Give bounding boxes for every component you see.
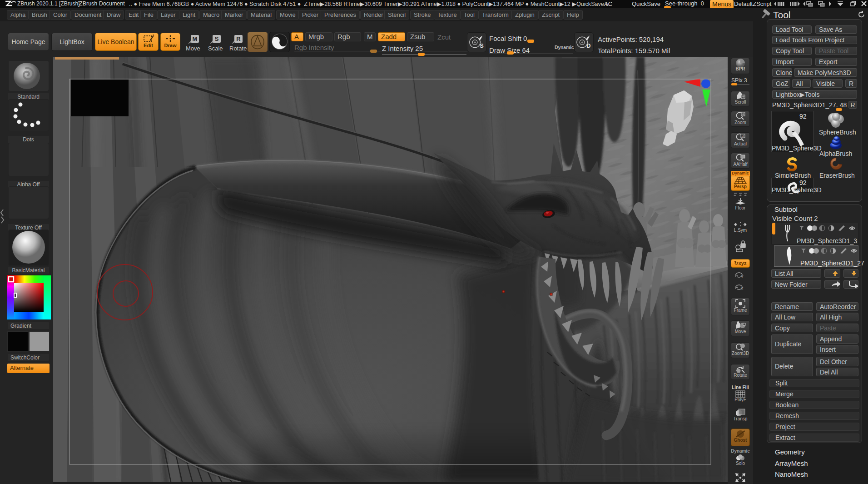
svg-text:z: z [741,286,744,290]
svg-text:D: D [586,43,590,49]
svg-text:R: R [236,35,241,42]
svg-text:S: S [215,35,219,42]
svg-text:y: y [741,274,744,278]
svg-text:M: M [193,35,198,42]
svg-text:S: S [480,43,483,49]
svg-text:x1: x1 [741,135,744,138]
